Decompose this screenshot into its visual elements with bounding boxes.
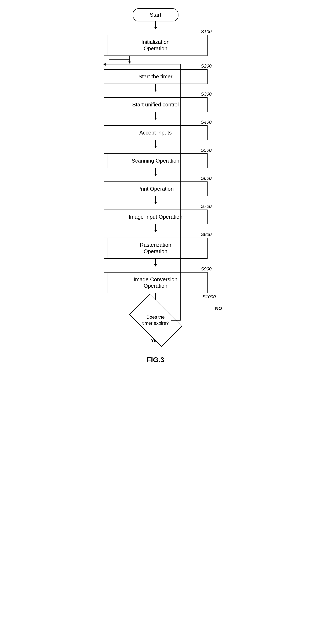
figure-label: FIG.3 [147, 356, 164, 364]
arrow-s700-s800 [155, 224, 156, 232]
arrow-s800-s900 [155, 259, 156, 266]
step-label-s600: S600 [201, 176, 212, 181]
s800-box: Rasterization Operation [104, 238, 208, 259]
s500-box: Scanning Operation [104, 154, 208, 168]
flowchart: Start S100 Initialization Operation S200… [83, 8, 228, 364]
s900-box: Image Conversion Operation [104, 272, 208, 293]
step-label-s800: S800 [201, 232, 212, 237]
arrow-s600-s700 [155, 196, 156, 204]
s100-box: Initialization Operation [104, 35, 208, 56]
arrow-s300-s400 [155, 112, 156, 120]
start-terminal: Start [133, 8, 178, 22]
step-label-s300: S300 [201, 92, 212, 97]
step-label-s100: S100 [201, 29, 212, 34]
s700-box: Image Input Operation [104, 210, 208, 224]
step-label-s200: S200 [201, 64, 212, 69]
step-label-s1000: S1000 [203, 294, 216, 300]
step-label-s700: S700 [201, 204, 212, 209]
s400-box: Accept inputs [104, 125, 208, 140]
arrow-s400-s500 [155, 140, 156, 148]
decision-diamond: Does the timer expire? [129, 304, 183, 337]
arrow-s500-s600 [155, 168, 156, 176]
arrow-to-s200 [129, 56, 130, 64]
loop-container: S200 Start the timer S300 Start unified … [83, 56, 228, 343]
arrow-start-to-s100 [155, 22, 156, 29]
s300-box: Start unified control [104, 97, 208, 112]
loop-merge-h [109, 60, 129, 60]
step-label-s400: S400 [201, 120, 212, 125]
decision-text: Does the timer expire? [142, 314, 169, 326]
no-label: NO [215, 306, 222, 311]
s600-box: Print Operation [104, 182, 208, 196]
s200-box: Start the timer [104, 69, 208, 84]
step-label-s500: S500 [201, 148, 212, 153]
step-label-s900: S900 [201, 266, 212, 272]
arrow-s200-s300 [155, 84, 156, 92]
